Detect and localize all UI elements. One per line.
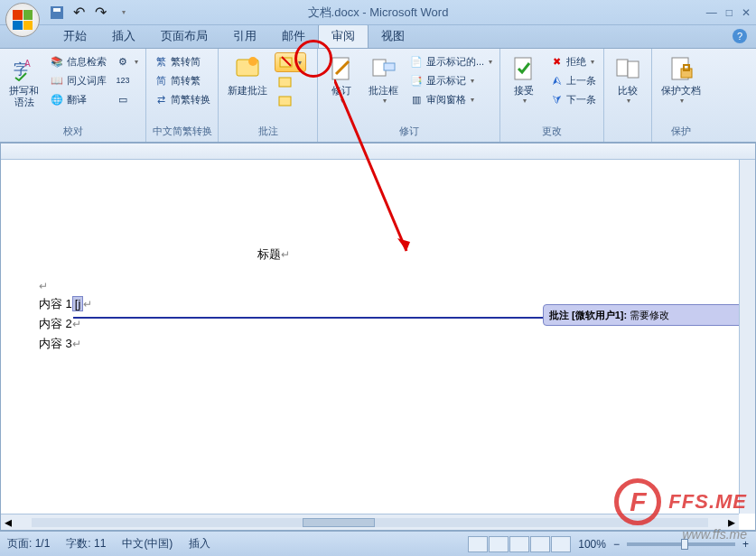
- comment-connector: [73, 317, 563, 319]
- horizontal-ruler[interactable]: [1, 144, 755, 160]
- zoom-slider[interactable]: [627, 542, 735, 546]
- accept-button[interactable]: 接受▾: [504, 51, 544, 108]
- document-area: 标题↵ ↵ 内容 1[j↵ 内容 2↵ 内容 3↵ 批注 [微软用户1]: 需要…: [0, 143, 756, 531]
- thesaurus-icon: 📖: [50, 73, 64, 88]
- comment-label: 批注 [微软用户1]:: [549, 310, 627, 320]
- watermark: F FFS.ME www.ffs.me: [614, 478, 747, 525]
- next-label: 下一条: [566, 93, 596, 107]
- display-markup-label: 显示标记的...: [426, 55, 484, 69]
- convert-label: 简繁转换: [171, 93, 210, 107]
- [interactable]: [303, 518, 375, 527]
- undo-icon[interactable]: ↶: [70, 5, 87, 21]
- display-markup-button[interactable]: 📄显示标记的...▾: [406, 52, 496, 70]
- delete-comment-button[interactable]: ▾: [275, 52, 306, 72]
- thesaurus-button[interactable]: 📖同义词库: [46, 71, 110, 89]
- compare-icon: [613, 54, 642, 83]
- heading-text: 标题: [257, 247, 281, 261]
- tab-layout[interactable]: 页面布局: [148, 24, 220, 48]
- thesaurus-label: 同义词库: [67, 74, 107, 88]
- reject-button[interactable]: ✖拒绝▾: [546, 52, 600, 70]
- window-title: 文档.docx - Microsoft Word: [308, 5, 449, 21]
- zoom-value[interactable]: 100%: [578, 538, 606, 551]
- trad-to-simp-button[interactable]: 繁繁转简: [150, 52, 214, 70]
- para-mark-icon: ↵: [281, 248, 290, 261]
- qat-more-icon[interactable]: ▾: [116, 5, 132, 21]
- svg-rect-13: [515, 58, 531, 79]
- status-lang[interactable]: 中文(中国): [122, 536, 173, 551]
- status-words[interactable]: 字数: 11: [66, 536, 106, 551]
- protect-button[interactable]: 保护文档▾: [656, 51, 706, 108]
- tab-insert[interactable]: 插入: [99, 24, 148, 48]
- tab-home[interactable]: 开始: [51, 24, 99, 48]
- save-icon[interactable]: [49, 5, 65, 21]
- svg-rect-15: [628, 61, 639, 78]
- vertical-scrollbar[interactable]: [739, 160, 755, 514]
- para-mark-icon: ↵: [39, 280, 48, 292]
- zoom-out-button[interactable]: −: [613, 538, 620, 551]
- reject-icon: ✖: [549, 54, 564, 69]
- reviewing-pane-button[interactable]: ▥审阅窗格▾: [406, 90, 496, 108]
- comment-text: 需要修改: [630, 310, 669, 320]
- tab-view[interactable]: 视图: [369, 24, 417, 48]
- group-proofing-label: 校对: [4, 123, 142, 140]
- prev-comment-icon: [278, 75, 293, 89]
- research-icon: 📚: [50, 54, 64, 69]
- para-2: 内容 2: [39, 317, 72, 330]
- svg-rect-9: [279, 97, 291, 106]
- view-buttons[interactable]: [468, 536, 571, 552]
- delete-comment-icon: [279, 55, 294, 70]
- prev-comment-button[interactable]: [275, 73, 306, 91]
- close-button[interactable]: ✕: [742, 6, 751, 19]
- previous-button[interactable]: ⮙上一条: [546, 71, 600, 89]
- spelling-button[interactable]: 字A 拼写和 语法: [4, 51, 44, 112]
- comment-anchor[interactable]: [j: [72, 296, 84, 311]
- next-button[interactable]: ⮛下一条: [546, 90, 600, 108]
- document-pane[interactable]: 标题↵ ↵ 内容 1[j↵ 内容 2↵ 内容 3↵ 批注 [微软用户1]: 需要…: [1, 160, 739, 514]
- watermark-logo-icon: F: [614, 478, 661, 525]
- comment-balloon[interactable]: 批注 [微软用户1]: 需要修改: [543, 304, 739, 326]
- minimize-button[interactable]: —: [706, 6, 717, 19]
- help-icon[interactable]: ?: [733, 29, 747, 43]
- maximize-button[interactable]: □: [726, 6, 733, 19]
- group-tracking: 修订▾ 批注框▾ 📄显示标记的...▾ 📑显示标记▾ ▥审阅窗格▾ 修订: [318, 49, 500, 142]
- show-markup-label: 显示标记: [426, 74, 466, 88]
- previous-icon: ⮙: [549, 73, 564, 88]
- track-changes-label: 修订: [331, 85, 351, 97]
- svg-rect-12: [384, 63, 395, 70]
- next-comment-button[interactable]: [275, 92, 306, 110]
- status-page[interactable]: 页面: 1/1: [7, 536, 50, 551]
- tab-references[interactable]: 引用: [220, 24, 269, 48]
- svg-rect-14: [617, 60, 628, 76]
- group-protect: 保护文档▾ 保护: [652, 49, 710, 142]
- office-button[interactable]: [5, 3, 43, 41]
- translate-button[interactable]: 🌐翻译: [46, 90, 110, 108]
- accept-label: 接受: [514, 85, 534, 97]
- compare-button[interactable]: 比较▾: [608, 51, 648, 108]
- trad-to-simp-label: 繁转简: [171, 55, 201, 69]
- simp-to-trad-button[interactable]: 简简转繁: [150, 71, 214, 89]
- status-mode[interactable]: 插入: [189, 536, 210, 551]
- page[interactable]: 标题↵ ↵ 内容 1[j↵ 内容 2↵ 内容 3↵: [14, 169, 534, 514]
- group-compare-label: [608, 125, 648, 140]
- tab-mailings[interactable]: 邮件: [269, 24, 318, 48]
- research-button[interactable]: 📚信息检索: [46, 52, 110, 70]
- tab-review[interactable]: 审阅: [318, 23, 369, 48]
- spelling-label: 拼写和 语法: [9, 85, 39, 108]
- new-comment-button[interactable]: 新建批注: [222, 51, 273, 100]
- reviewing-pane-label: 审阅窗格: [426, 93, 466, 107]
- track-changes-button[interactable]: 修订▾: [322, 51, 361, 108]
- group-changes: 接受▾ ✖拒绝▾ ⮙上一条 ⮛下一条 更改: [500, 49, 604, 142]
- redo-icon[interactable]: ↷: [92, 5, 108, 21]
- group-changes-label: 更改: [504, 123, 600, 140]
- group-comments: 新建批注 ▾ 批注: [219, 49, 318, 142]
- show-markup-button[interactable]: 📑显示标记▾: [406, 71, 496, 89]
- small-btn-3[interactable]: ▭: [112, 90, 142, 108]
- research-label: 信息检索: [67, 55, 107, 69]
- ribbon-tabs: 开始 插入 页面布局 引用 邮件 审阅 视图: [0, 25, 756, 49]
- convert-button[interactable]: ⇄简繁转换: [150, 90, 214, 108]
- simp-to-trad-label: 简转繁: [171, 74, 201, 88]
- status-bar: 页面: 1/1 字数: 11 中文(中国) 插入 100% − +: [0, 531, 756, 556]
- balloons-button[interactable]: 批注框▾: [363, 51, 404, 108]
- small-btn-1[interactable]: ⚙▾: [112, 52, 142, 70]
- word-count-button[interactable]: 123: [112, 71, 142, 89]
